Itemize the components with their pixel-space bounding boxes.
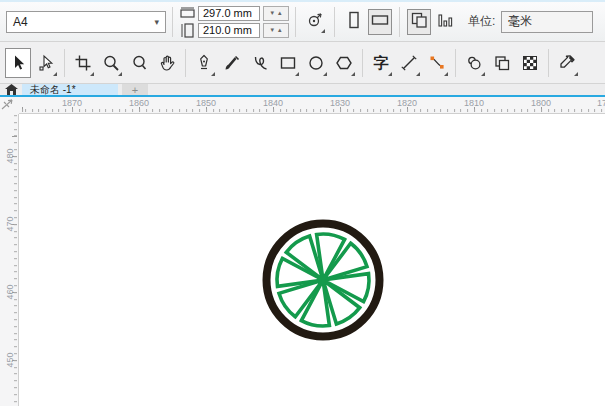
vruler-label: 460 [5,283,15,301]
text-tool[interactable]: 字 [368,48,394,78]
current-page-button[interactable] [433,9,457,35]
shadow-tool[interactable] [461,48,487,78]
hruler-label: 1870 [62,98,82,108]
rectangle-tool[interactable] [275,48,301,78]
hruler-label: 1850 [196,98,216,108]
page-height-input[interactable]: 210.0 mm [198,23,260,38]
property-bar: A4 ▾ 297.0 mm ▾ ▴ 210.0 mm ▾ [0,0,605,42]
page-height-value: 210.0 mm [203,24,252,36]
landscape-icon [370,11,390,33]
drawing-canvas[interactable] [19,114,605,406]
home-button[interactable] [0,84,22,95]
hruler-label: 1800 [531,98,551,108]
hruler-label: 17 [597,98,605,108]
pan-tool[interactable] [154,48,180,78]
vruler-label: 480 [5,147,15,165]
wheel-logo-object[interactable] [258,215,388,345]
pick-tool[interactable] [5,48,31,78]
spin-down-icon[interactable]: ▾ [270,9,274,17]
zoom-tool[interactable] [98,48,124,78]
separator [455,49,456,77]
chevron-down-icon: ▾ [154,17,159,27]
ruler-origin[interactable] [0,97,19,114]
pattern-fill-tool[interactable] [517,48,543,78]
separator [548,49,549,77]
separator [295,7,296,37]
ellipse-tool[interactable] [303,48,329,78]
toolbox: 字 [0,43,605,84]
brush-tool[interactable] [219,48,245,78]
hruler-label: 1840 [263,98,283,108]
landscape-button[interactable] [368,9,392,35]
page-width-value: 297.0 mm [203,7,252,19]
text-tool-glyph: 字 [374,54,389,73]
separator [64,49,65,77]
units-select[interactable]: 毫米 [501,11,593,33]
separator [334,7,335,37]
spin-up-icon[interactable]: ▴ [278,9,282,17]
hruler-label: 1860 [129,98,149,108]
new-tab-button[interactable]: + [122,84,148,95]
contour-tool[interactable] [489,48,515,78]
polygon-tool[interactable] [331,48,357,78]
separator [172,7,173,37]
nudge-offset-icon [306,11,324,33]
shape-tool[interactable] [33,48,59,78]
horizontal-ruler[interactable]: 1870 1860 1850 1840 1830 1820 1810 1800 … [19,97,605,114]
zoom-out-tool[interactable] [126,48,152,78]
hruler-label: 1830 [330,98,350,108]
spin-down-icon[interactable]: ▾ [270,26,274,34]
document-tab-bar: 未命名 -1* + [0,84,605,95]
spin-up-icon[interactable]: ▴ [278,26,282,34]
page-width-input[interactable]: 297.0 mm [198,6,260,21]
page-width-icon [179,6,195,21]
hruler-label: 1810 [464,98,484,108]
all-pages-icon [410,11,428,33]
vruler-label: 450 [5,351,15,369]
separator [399,7,400,37]
nudge-offset-button[interactable] [303,9,327,35]
page-height-icon [179,23,195,38]
current-page-icon [436,11,454,33]
dimension-tool[interactable] [396,48,422,78]
ruler-origin-icon [0,97,16,112]
plus-icon: + [132,84,138,96]
units-label: 单位: [468,13,495,30]
separator [362,49,363,77]
page-size-value: A4 [13,15,28,29]
page-width-stepper[interactable]: ▾ ▴ [263,6,289,21]
eyedropper-tool[interactable] [554,48,580,78]
page-size-select[interactable]: A4 ▾ [6,11,166,33]
pen-tool[interactable] [191,48,217,78]
crop-tool[interactable] [70,48,96,78]
connector-tool[interactable] [424,48,450,78]
portrait-button[interactable] [342,9,366,35]
vruler-label: 470 [5,215,15,233]
separator [185,49,186,77]
page-height-stepper[interactable]: ▾ ▴ [263,23,289,38]
tab-untitled-1[interactable]: 未命名 -1* [22,84,118,95]
all-pages-button[interactable] [407,9,431,35]
portrait-icon [345,10,363,34]
vertical-ruler[interactable]: 480 470 460 450 [0,114,19,406]
bspline-tool[interactable] [247,48,273,78]
hruler-label: 1820 [397,98,417,108]
units-value: 毫米 [508,13,532,30]
